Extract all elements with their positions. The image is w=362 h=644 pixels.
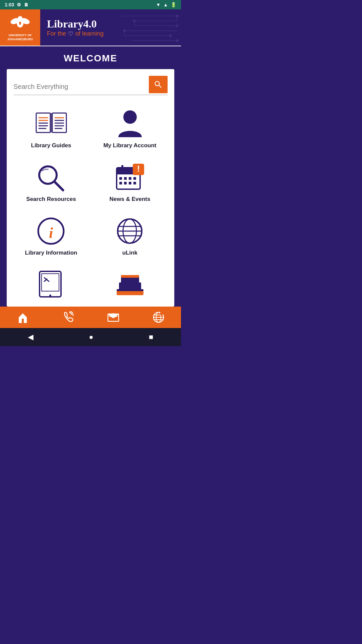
main-content: Library Guides My Library Account	[7, 69, 174, 307]
status-left: 1:03 ⚙ 🗎	[5, 2, 28, 7]
search-icon	[154, 80, 163, 89]
svg-rect-45	[129, 182, 131, 184]
signal-icon: ▲	[163, 2, 168, 7]
mail-nav-item[interactable]	[100, 311, 127, 323]
search-button[interactable]	[149, 76, 168, 93]
time-display: 1:03	[5, 2, 14, 7]
logo-bird-icon	[10, 14, 30, 32]
sim-icon: 🗎	[24, 2, 28, 7]
wifi-icon: ▼	[156, 2, 161, 7]
search-bar	[13, 76, 168, 95]
back-button[interactable]: ◀	[28, 333, 34, 341]
ulink-item[interactable]: uLink	[92, 213, 168, 260]
svg-line-34	[54, 181, 63, 190]
battery-icon: 🔋	[171, 2, 176, 7]
brand-title: Library4.0	[47, 18, 174, 30]
svg-point-32	[123, 110, 137, 124]
svg-text:!: !	[137, 164, 140, 174]
svg-rect-64	[119, 282, 141, 290]
home-nav-item[interactable]	[9, 311, 36, 323]
calendar-icon: !	[115, 164, 145, 191]
library-information-item[interactable]: i Library Information	[13, 213, 89, 260]
heart-icon: ♡	[68, 30, 73, 38]
tagline-suffix: of learning	[75, 30, 104, 37]
svg-rect-41	[129, 177, 131, 180]
books-stack-item[interactable]	[92, 266, 168, 300]
search-resources-item[interactable]: Search Resources	[13, 159, 89, 206]
globe-icon	[116, 217, 144, 246]
svg-point-13	[176, 15, 178, 17]
books-stack-icon	[115, 270, 145, 298]
my-library-account-item[interactable]: My Library Account	[92, 105, 168, 152]
books-icon-container	[112, 270, 148, 298]
web-nav-item[interactable]	[145, 311, 172, 323]
svg-rect-57	[40, 271, 61, 297]
search-resources-label: Search Resources	[26, 196, 76, 203]
svg-rect-58	[42, 274, 59, 291]
info-icon: i	[37, 217, 65, 246]
svg-point-77	[160, 312, 163, 315]
svg-point-61	[49, 294, 51, 297]
home-button[interactable]: ●	[89, 333, 93, 341]
tablet-icon	[37, 270, 65, 298]
brand-subtitle: For the ♡ of learning	[47, 30, 174, 38]
svg-rect-44	[124, 182, 127, 184]
call-icon	[62, 311, 74, 323]
status-right: ▼ ▲ 🔋	[156, 2, 176, 7]
tablet-icon-container	[33, 270, 70, 298]
magnify-icon-container	[33, 162, 70, 193]
search-input[interactable]	[13, 80, 149, 93]
university-name: UNIVERSITY OF JOHANNESBURG	[3, 34, 38, 41]
my-library-account-label: My Library Account	[103, 142, 156, 149]
header-banner: UNIVERSITY OF JOHANNESBURG	[0, 9, 181, 46]
svg-rect-43	[119, 182, 122, 184]
library-guides-label: Library Guides	[31, 142, 71, 149]
person-icon	[117, 109, 143, 139]
news-events-item[interactable]: ! News & Events	[92, 159, 168, 206]
header-right: Library4.0 For the ♡ of learning	[40, 9, 181, 46]
svg-rect-46	[133, 182, 136, 184]
welcome-title: WELCOME	[3, 53, 178, 64]
svg-rect-39	[119, 177, 122, 180]
university-logo: UNIVERSITY OF JOHANNESBURG	[0, 9, 40, 46]
svg-rect-40	[124, 177, 127, 180]
svg-point-15	[176, 25, 178, 27]
globe-icon-container	[112, 216, 148, 246]
library-guides-icon	[35, 110, 68, 137]
svg-point-18	[176, 40, 178, 42]
android-nav-bar: ◀ ● ■	[0, 328, 181, 346]
svg-rect-37	[121, 165, 123, 170]
bottom-navigation	[0, 307, 181, 328]
menu-grid: Library Guides My Library Account	[13, 105, 168, 303]
book-icon-container	[33, 109, 70, 139]
web-icon	[153, 311, 165, 323]
welcome-section: WELCOME	[0, 46, 181, 69]
magnify-icon	[36, 163, 66, 192]
svg-point-3	[18, 16, 22, 21]
person-icon-container	[112, 109, 148, 139]
svg-rect-42	[133, 177, 136, 180]
home-icon	[17, 311, 29, 323]
library-information-label: Library Information	[25, 250, 77, 256]
recents-button[interactable]: ■	[149, 333, 153, 341]
tagline-prefix: For the	[47, 30, 66, 37]
svg-text:i: i	[49, 225, 53, 241]
svg-rect-66	[121, 275, 139, 278]
settings-icon: ⚙	[17, 2, 21, 7]
info-icon-container: i	[33, 216, 70, 246]
library-guides-item[interactable]: Library Guides	[13, 105, 89, 152]
ulink-label: uLink	[122, 250, 137, 256]
call-nav-item[interactable]	[55, 311, 81, 323]
mail-icon	[107, 311, 119, 323]
calendar-icon-container: !	[113, 162, 147, 193]
status-bar: 1:03 ⚙ 🗎 ▼ ▲ 🔋	[0, 0, 181, 9]
ebook-item[interactable]	[13, 266, 89, 300]
news-events-label: News & Events	[110, 196, 150, 203]
